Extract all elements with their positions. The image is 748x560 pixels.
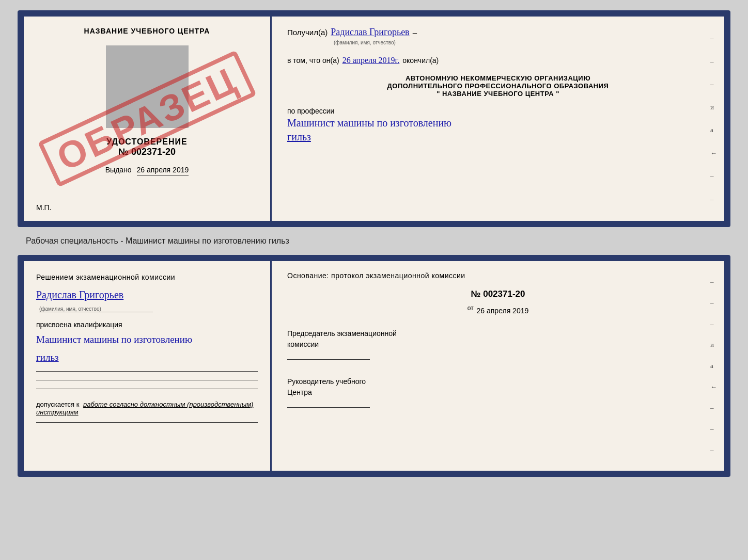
top-document: НАЗВАНИЕ УЧЕБНОГО ЦЕНТРА УДОСТОВЕРЕНИЕ №… <box>18 10 730 227</box>
prisvoena-label: присвоена квалификация <box>36 321 258 329</box>
profession-line1: Машинист машины по изготовлению <box>287 117 709 129</box>
poluchil-label: Получил(а) <box>287 28 328 37</box>
org-line1: АВТОНОМНУЮ НЕКОММЕРЧЕСКУЮ ОРГАНИЗАЦИЮ <box>287 74 709 82</box>
top-right-panel: Получил(а) Радислав Григорьев – (фамилия… <box>272 17 724 221</box>
bottom-name: Радислав Григорьев <box>36 289 123 300</box>
bottom-right-panel: Основание: протокол экзаменационной коми… <box>272 261 724 471</box>
poluchil-name: Радислав Григорьев <box>331 27 409 38</box>
profession-line2: гильз <box>287 131 709 143</box>
po-professii-label: по профессии <box>287 107 709 115</box>
kvalif-line1: Машинист машины по изготовлению <box>36 333 258 347</box>
bottom-document: Решением экзаменационной комиссии Радисл… <box>18 255 730 477</box>
bottom-right-dashes: – – – и а ← – – – <box>710 261 717 471</box>
cert-school-title: НАЗВАНИЕ УЧЕБНОГО ЦЕНТРА <box>84 27 210 35</box>
cert-number: № 002371-20 <box>118 147 176 157</box>
komissia-title: Решением экзаменационной комиссии <box>36 271 258 283</box>
cert-photo-placeholder <box>106 45 189 128</box>
dopuskaetsya-row: допускается к работе согласно должностны… <box>36 401 258 416</box>
predsedatel-line2: комиссии <box>287 339 709 350</box>
org-quote: " НАЗВАНИЕ УЧЕБНОГО ЦЕНТРА " <box>287 90 709 98</box>
dash-after-name: – <box>413 28 417 37</box>
issued-date: 26 апреля 2019 <box>137 166 189 175</box>
separator-line-3 <box>36 389 258 389</box>
rukovoditel-block: Руководитель учебного Центра <box>287 376 709 411</box>
separator-line-4 <box>36 422 258 423</box>
separator-line-1 <box>36 371 258 372</box>
rukovoditel-line2: Центра <box>287 387 709 398</box>
bottom-name-row: Радислав Григорьев <box>36 289 258 301</box>
middle-specialty-label: Рабочая специальность - Машинист машины … <box>26 236 289 246</box>
okonchil-label: окончил(а) <box>402 56 439 65</box>
dopuskaetsya-prefix: допускается к <box>36 401 79 408</box>
issued-label: Выдано <box>105 166 132 174</box>
ot-label: от <box>467 305 474 312</box>
predsedatel-line1: Председатель экзаменационной <box>287 328 709 339</box>
protokol-number: № 002371-20 <box>287 289 709 299</box>
osnov-title: Основание: протокол экзаменационной коми… <box>287 271 709 280</box>
org-line2: ДОПОЛНИТЕЛЬНОГО ПРОФЕССИОНАЛЬНОГО ОБРАЗО… <box>287 82 709 90</box>
vtom-row: в том, что он(а) 26 апреля 2019г. окончи… <box>287 56 709 65</box>
poluchil-row: Получил(а) Радислав Григорьев – <box>287 27 709 38</box>
top-left-panel: НАЗВАНИЕ УЧЕБНОГО ЦЕНТРА УДОСТОВЕРЕНИЕ №… <box>24 17 272 221</box>
bottom-fio-sub: (фамилия, имя, отчество) <box>39 306 153 312</box>
org-block: АВТОНОМНУЮ НЕКОММЕРЧЕСКУЮ ОРГАНИЗАЦИЮ ДО… <box>287 74 709 98</box>
protokol-date: от 26 апреля 2019 <box>287 305 709 315</box>
predsedatel-sign-line <box>287 359 370 360</box>
predsedatel-block: Председатель экзаменационной комиссии <box>287 328 709 363</box>
right-dashes: – – – и а ← – – <box>710 17 717 221</box>
kvalif-line2: гильз <box>36 351 258 365</box>
bottom-left-panel: Решением экзаменационной комиссии Радисл… <box>24 261 272 471</box>
fio-subtitle: (фамилия, имя, отчество) <box>334 40 709 45</box>
mp-label: М.П. <box>36 203 52 212</box>
rukovoditel-line1: Руководитель учебного <box>287 376 709 387</box>
rukovoditel-sign-line <box>287 407 370 408</box>
vtom-label: в том, что он(а) <box>287 56 339 65</box>
cert-issued: Выдано 26 апреля 2019 <box>105 166 189 174</box>
separator-line-2 <box>36 380 258 380</box>
vtom-date: 26 апреля 2019г. <box>342 56 400 65</box>
ot-date: 26 апреля 2019 <box>477 307 529 315</box>
cert-label: УДОСТОВЕРЕНИЕ <box>106 137 187 147</box>
profession-block: по профессии Машинист машины по изготовл… <box>287 107 709 143</box>
